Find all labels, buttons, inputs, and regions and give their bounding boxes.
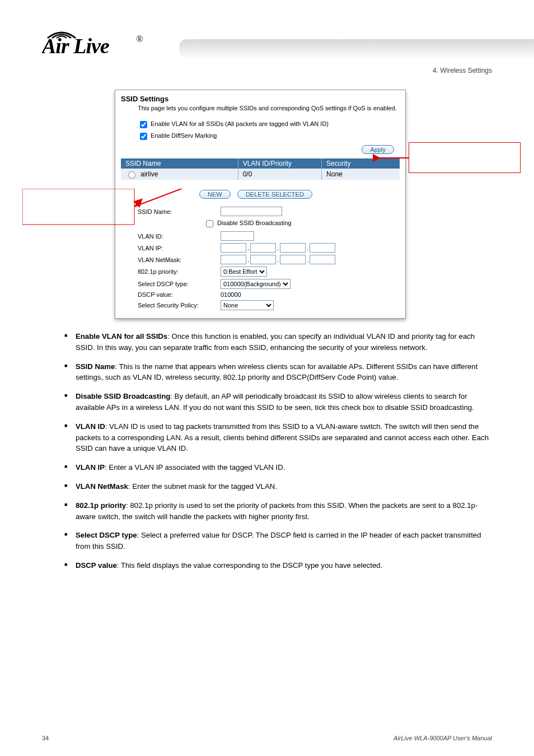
- bullet-text: : This field displays the value correspo…: [117, 561, 383, 570]
- vlan-id-input[interactable]: [221, 231, 254, 241]
- table-row: airlive 0/0 None: [121, 169, 400, 180]
- svg-text:®: ®: [136, 34, 143, 44]
- th-vlan: VLAN ID/Priority: [238, 158, 321, 169]
- list-item: Select DSCP type: Select a preferred val…: [64, 530, 492, 552]
- bullet-text: : VLAN ID is used to tag packets transmi…: [76, 422, 489, 453]
- disable-broadcast-label: Disable SSID Broadcasting: [217, 220, 292, 226]
- apply-button[interactable]: Apply: [362, 145, 394, 154]
- bullet-label: 802.1p priority: [76, 501, 126, 510]
- bullet-text: : This is the name that appears when wir…: [76, 362, 477, 382]
- chapter-label: 4. Wireless Settings: [433, 67, 492, 74]
- label-vlan-netmask: VLAN NetMask:: [138, 256, 216, 263]
- list-item: Enable VLAN for all SSIDs: Once this fun…: [64, 331, 492, 353]
- ssid-row-name: airlive: [140, 170, 158, 178]
- vlan-mask-1-input[interactable]: [221, 255, 246, 264]
- vlan-ip-3-input[interactable]: [280, 243, 306, 253]
- header-decor-stripe: [179, 39, 534, 59]
- enable-diffserv-checkbox[interactable]: [140, 133, 147, 140]
- panel-desc: This page lets you configure multiple SS…: [138, 105, 400, 111]
- delete-selected-button[interactable]: DELETE SELECTED: [237, 190, 312, 199]
- bullet-text: : 802.1p priority is used to set the pri…: [76, 501, 477, 521]
- 8021p-select[interactable]: 0:Best Effort: [221, 267, 267, 277]
- list-item: DSCP value: This field displays the valu…: [64, 560, 492, 571]
- bullet-text: : Enter the subnet mask for the tagged V…: [128, 482, 277, 491]
- brand-logo: Air Live ®: [42, 22, 154, 59]
- label-vlan-id: VLAN ID:: [138, 233, 216, 240]
- ssid-table: SSID Name VLAN ID/Priority Security airl…: [121, 158, 400, 180]
- bullet-label: DSCP value: [76, 561, 117, 570]
- vlan-ip-2-input[interactable]: [250, 243, 276, 253]
- ssid-row-radio[interactable]: [128, 171, 135, 179]
- bullet-label: VLAN ID: [76, 422, 105, 431]
- list-item: Disable SSID Broadcasting: By default, a…: [64, 391, 492, 413]
- enable-vlan-checkbox[interactable]: [140, 121, 147, 128]
- label-8021p: 802.1p priority:: [138, 268, 216, 275]
- ssid-name-input[interactable]: [221, 207, 282, 216]
- enable-vlan-label: Enable VLAN for all SSIDs (All packets a…: [151, 120, 329, 127]
- security-policy-select[interactable]: None: [221, 300, 274, 310]
- bullet-label: SSID Name: [76, 362, 115, 371]
- dscp-value-text: 010000: [221, 291, 400, 298]
- body-text: Enable VLAN for all SSIDs: Once this fun…: [64, 331, 492, 571]
- label-dscp-type: Select DSCP type:: [138, 281, 216, 287]
- bullet-label: Enable VLAN for all SSIDs: [76, 332, 167, 340]
- bullet-label: Disable SSID Broadcasting: [76, 392, 170, 400]
- vlan-mask-3-input[interactable]: [280, 255, 306, 264]
- bullet-label: VLAN IP: [76, 463, 105, 472]
- label-vlan-ip: VLAN IP:: [138, 245, 216, 251]
- label-dscp-value: DSCP value:: [138, 291, 216, 298]
- list-item: VLAN IP: Enter a VLAN IP associated with…: [64, 462, 492, 473]
- list-item: VLAN NetMask: Enter the subnet mask for …: [64, 481, 492, 492]
- list-item: SSID Name: This is the name that appears…: [64, 361, 492, 384]
- bullet-label: VLAN NetMask: [76, 482, 128, 491]
- enable-diffserv-label: Enable DiffServ Marking: [151, 132, 217, 139]
- vlan-ip-1-input[interactable]: [221, 243, 246, 253]
- panel-title: SSID Settings: [121, 95, 400, 103]
- page-number: 34: [42, 735, 49, 741]
- callout-apply-annotation: [409, 142, 521, 173]
- label-security-policy: Select Security Policy:: [138, 302, 216, 309]
- svg-text:Air Live: Air Live: [42, 34, 110, 57]
- list-item: VLAN ID: VLAN ID is used to tag packets …: [64, 421, 492, 454]
- dscp-type-select[interactable]: 010000(Background): [221, 279, 291, 289]
- list-item: 802.1p priority: 802.1p priority is used…: [64, 500, 492, 522]
- svg-rect-3: [22, 189, 134, 225]
- ssid-row-vlan: 0/0: [238, 169, 321, 180]
- vlan-ip-4-input[interactable]: [310, 243, 335, 253]
- vlan-mask-2-input[interactable]: [250, 255, 276, 264]
- bullet-text: : Enter a VLAN IP associated with the ta…: [105, 463, 285, 472]
- footer-model: AirLive WLA-9000AP User's Manual: [394, 735, 492, 741]
- th-ssid-name: SSID Name: [121, 158, 238, 169]
- vlan-mask-4-input[interactable]: [310, 255, 335, 264]
- callout-new-annotation: [22, 189, 134, 225]
- bullet-label: Select DSCP type: [76, 531, 137, 539]
